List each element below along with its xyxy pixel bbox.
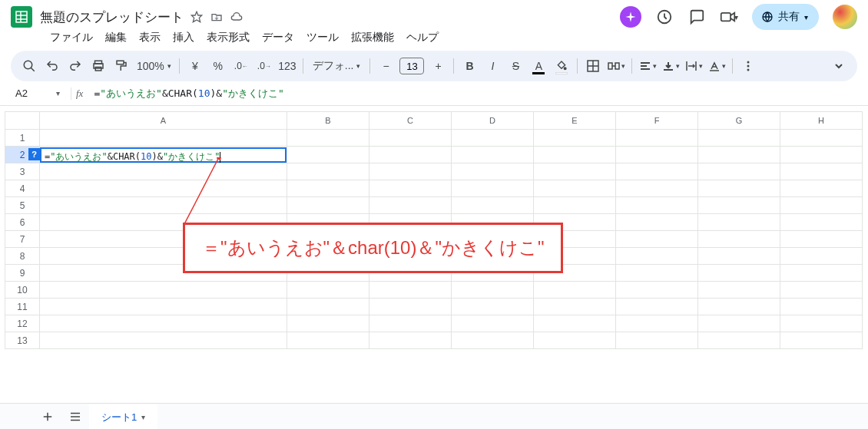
menu-tools[interactable]: ツール bbox=[301, 29, 344, 46]
cell[interactable] bbox=[780, 315, 863, 332]
cell[interactable] bbox=[40, 315, 287, 332]
cell-editor[interactable]: ="あいうえお"&CHAR(10)&"かきくけこ" bbox=[41, 149, 285, 165]
cell[interactable] bbox=[369, 147, 452, 163]
cell[interactable] bbox=[534, 180, 616, 197]
document-title[interactable]: 無題のスプレッドシート bbox=[40, 8, 184, 26]
collapse-toolbar-icon[interactable] bbox=[828, 55, 850, 77]
increase-font-icon[interactable]: + bbox=[427, 55, 449, 77]
cell[interactable] bbox=[40, 332, 287, 349]
strikethrough-icon[interactable]: S bbox=[505, 55, 526, 77]
cell[interactable] bbox=[616, 282, 698, 299]
cell[interactable] bbox=[452, 299, 534, 315]
cell[interactable] bbox=[780, 214, 863, 231]
cell[interactable] bbox=[369, 180, 452, 197]
cell[interactable] bbox=[616, 214, 698, 231]
cell[interactable] bbox=[452, 315, 534, 332]
cell[interactable] bbox=[780, 282, 863, 299]
sheet-tab-menu-icon[interactable]: ▾ bbox=[141, 413, 145, 421]
cell[interactable] bbox=[698, 248, 780, 265]
borders-icon[interactable] bbox=[582, 55, 604, 77]
cell[interactable] bbox=[534, 130, 616, 147]
cell[interactable] bbox=[534, 315, 616, 332]
cell[interactable] bbox=[452, 180, 534, 197]
cell[interactable] bbox=[780, 299, 863, 315]
cell[interactable] bbox=[287, 147, 369, 163]
menu-edit[interactable]: 編集 bbox=[100, 29, 132, 46]
gemini-icon[interactable] bbox=[620, 6, 641, 28]
cell[interactable] bbox=[534, 197, 616, 214]
account-avatar[interactable] bbox=[833, 5, 857, 29]
row-header[interactable]: 11 bbox=[5, 299, 40, 315]
cell[interactable] bbox=[616, 147, 698, 163]
cell[interactable] bbox=[369, 197, 452, 214]
row-header[interactable]: 6 bbox=[5, 214, 40, 231]
font-size-input[interactable]: 13 bbox=[399, 58, 424, 74]
cell[interactable] bbox=[616, 163, 698, 180]
cell[interactable] bbox=[616, 315, 698, 332]
menu-insert[interactable]: 挿入 bbox=[167, 29, 200, 46]
menu-format[interactable]: 表示形式 bbox=[201, 29, 255, 46]
add-sheet-icon[interactable] bbox=[34, 404, 61, 429]
cell[interactable] bbox=[616, 130, 698, 147]
cell[interactable] bbox=[369, 332, 452, 349]
cell[interactable] bbox=[698, 130, 780, 147]
cell[interactable] bbox=[40, 130, 287, 147]
text-wrap-icon[interactable]: ▾ bbox=[683, 55, 704, 77]
cell[interactable] bbox=[287, 315, 369, 332]
row-header[interactable]: 5 bbox=[5, 197, 40, 214]
cell[interactable] bbox=[780, 248, 863, 265]
cell[interactable] bbox=[698, 332, 780, 349]
cell[interactable] bbox=[287, 299, 369, 315]
undo-icon[interactable] bbox=[41, 55, 63, 77]
cell[interactable] bbox=[616, 299, 698, 315]
row-header[interactable]: 9 bbox=[5, 265, 40, 282]
cell[interactable] bbox=[287, 180, 369, 197]
cell[interactable] bbox=[616, 180, 698, 197]
cell[interactable] bbox=[780, 163, 863, 180]
cell[interactable] bbox=[616, 265, 698, 282]
column-header-E[interactable]: E bbox=[534, 112, 616, 130]
cell[interactable] bbox=[452, 130, 534, 147]
meet-icon[interactable]: ▾ bbox=[720, 8, 738, 26]
row-header[interactable]: 1 bbox=[5, 130, 40, 147]
row-header[interactable]: 3 bbox=[5, 163, 40, 180]
cell[interactable] bbox=[40, 299, 287, 315]
cell[interactable] bbox=[534, 147, 616, 163]
row-header[interactable]: 7 bbox=[5, 231, 40, 248]
cell[interactable] bbox=[452, 332, 534, 349]
menu-file[interactable]: ファイル bbox=[45, 29, 98, 46]
active-cell-A2[interactable]: ? ="あいうえお"&CHAR(10)&"かきくけこ" bbox=[40, 147, 287, 163]
cell[interactable] bbox=[452, 197, 534, 214]
all-sheets-icon[interactable] bbox=[61, 404, 89, 429]
cell[interactable] bbox=[698, 197, 780, 214]
vertical-align-icon[interactable]: ▾ bbox=[660, 55, 681, 77]
formula-help-icon[interactable]: ? bbox=[28, 148, 40, 160]
row-header[interactable]: 8 bbox=[5, 248, 40, 265]
zoom-dropdown[interactable]: 100% ▾ bbox=[134, 55, 174, 77]
cell[interactable] bbox=[369, 282, 452, 299]
cell[interactable] bbox=[287, 163, 369, 180]
cell[interactable] bbox=[780, 231, 863, 248]
merge-cells-icon[interactable]: ▾ bbox=[605, 55, 627, 77]
toolbar-more-icon[interactable] bbox=[737, 55, 759, 77]
font-family-dropdown[interactable]: デフォ... ▾ bbox=[308, 55, 366, 77]
formula-input[interactable]: ="あいうえお"&CHAR(10)&"かきくけこ" bbox=[94, 87, 857, 101]
column-header-F[interactable]: F bbox=[616, 112, 698, 130]
cell[interactable] bbox=[534, 282, 616, 299]
sheets-logo[interactable] bbox=[11, 6, 32, 28]
paint-format-icon[interactable] bbox=[111, 55, 132, 77]
cell[interactable] bbox=[287, 332, 369, 349]
cell[interactable] bbox=[40, 180, 287, 197]
column-header-A[interactable]: A bbox=[40, 112, 287, 130]
row-header[interactable]: 10 bbox=[5, 282, 40, 299]
currency-icon[interactable]: ¥ bbox=[184, 55, 206, 77]
history-icon[interactable] bbox=[655, 8, 674, 26]
text-color-icon[interactable]: A bbox=[528, 55, 549, 77]
cell[interactable] bbox=[616, 231, 698, 248]
print-icon[interactable] bbox=[88, 55, 109, 77]
comments-icon[interactable] bbox=[687, 8, 706, 26]
cell[interactable] bbox=[369, 130, 452, 147]
cell[interactable] bbox=[287, 130, 369, 147]
cell[interactable] bbox=[780, 147, 863, 163]
column-header-D[interactable]: D bbox=[452, 112, 534, 130]
